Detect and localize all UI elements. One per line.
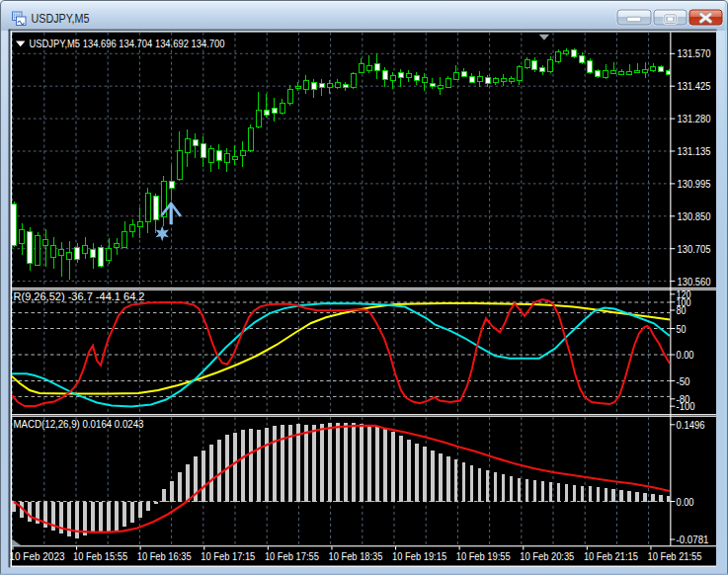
svg-text:130.995: 130.995	[678, 178, 711, 190]
svg-text:10 Feb 2023: 10 Feb 2023	[10, 550, 65, 562]
svg-text:0.1496: 0.1496	[677, 419, 705, 431]
svg-text:10 Feb 21:55: 10 Feb 21:55	[648, 550, 702, 562]
svg-text:10 Feb 17:55: 10 Feb 17:55	[265, 550, 319, 562]
svg-text:10 Feb 15:55: 10 Feb 15:55	[73, 550, 127, 562]
svg-text:80: 80	[677, 304, 687, 316]
svg-text:50: 50	[677, 323, 687, 335]
svg-text:R(9,26,52) -36.7 -44.1 64.2: R(9,26,52) -36.7 -44.1 64.2	[14, 290, 145, 302]
svg-text:131.135: 131.135	[678, 145, 711, 157]
svg-text:10 Feb 21:15: 10 Feb 21:15	[584, 550, 638, 562]
svg-text:130.560: 130.560	[678, 276, 711, 288]
svg-text:130.705: 130.705	[678, 243, 711, 255]
svg-text:131.570: 131.570	[678, 47, 711, 59]
svg-text:10 Feb 16:35: 10 Feb 16:35	[137, 550, 192, 562]
svg-text:10 Feb 17:15: 10 Feb 17:15	[201, 550, 255, 562]
svg-text:10 Feb 19:15: 10 Feb 19:15	[392, 550, 446, 562]
svg-text:0.00: 0.00	[677, 496, 694, 508]
svg-text:-50: -50	[677, 375, 690, 387]
svg-text:130.850: 130.850	[678, 210, 711, 222]
svg-text:10 Feb 18:35: 10 Feb 18:35	[329, 550, 383, 562]
svg-text:0.00: 0.00	[677, 349, 694, 361]
svg-text:131.280: 131.280	[678, 113, 711, 124]
svg-text:USDJPY,M5: USDJPY,M5	[32, 12, 90, 26]
svg-text:10 Feb 19:55: 10 Feb 19:55	[456, 550, 511, 562]
svg-text:-0.0781: -0.0781	[677, 534, 709, 545]
svg-text:MACD(12,26,9) 0.0164 0.0243: MACD(12,26,9) 0.0164 0.0243	[14, 418, 144, 430]
svg-text:USDJPY,M5 134.696 134.704 134: USDJPY,M5 134.696 134.704 134.692 134.70…	[30, 38, 225, 49]
svg-text:131.425: 131.425	[678, 80, 711, 92]
svg-text:10 Feb 20:35: 10 Feb 20:35	[520, 550, 574, 562]
svg-text:-100: -100	[677, 400, 695, 412]
